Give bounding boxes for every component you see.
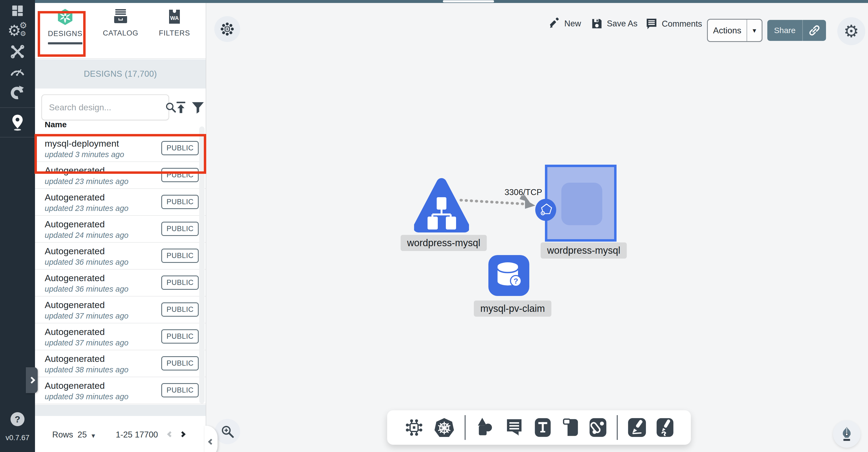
wasm-filters-icon: WA [166, 8, 183, 25]
design-updated: updated 23 minutes ago [45, 177, 128, 186]
save-as-button[interactable]: Save As [591, 18, 638, 30]
search-design-input[interactable] [42, 102, 165, 112]
design-list-row[interactable]: Autogenerated updated 37 minutes ago PUB… [35, 296, 206, 323]
settings-gear-button[interactable]: ⚙ [837, 17, 865, 45]
relationship-tool-icon[interactable] [589, 417, 607, 438]
design-updated: updated 24 minutes ago [45, 231, 128, 240]
filter-funnel-icon[interactable] [191, 101, 205, 114]
tab-filters-label: FILTERS [159, 29, 190, 37]
design-updated: updated 37 minutes ago [45, 312, 128, 320]
comment-tool-icon[interactable] [504, 417, 524, 438]
design-name: Autogenerated [45, 327, 105, 337]
save-as-label: Save As [607, 19, 638, 29]
actions-button[interactable]: Actions ▾ [707, 19, 763, 42]
design-name: Autogenerated [45, 165, 105, 176]
tab-designs[interactable]: DESIGNS [41, 8, 89, 54]
design-list-row[interactable]: Autogenerated updated 39 minutes ago PUB… [35, 377, 206, 404]
help-icon[interactable]: ? [10, 412, 25, 426]
pvc-node-mysql-pv-claim[interactable]: ? [488, 255, 529, 296]
design-list-row[interactable]: mysql-deployment updated 3 minutes ago P… [35, 135, 206, 162]
tab-catalog-label: CATALOG [103, 29, 138, 37]
top-horizontal-scrollbar[interactable] [35, 0, 868, 3]
design-visibility-badge[interactable]: PUBLIC [161, 356, 199, 370]
page-size-value[interactable]: 25 [78, 430, 87, 440]
design-visibility-badge[interactable]: PUBLIC [161, 329, 199, 344]
pen-tool-icon[interactable] [627, 417, 646, 438]
shapes-tool-icon[interactable] [475, 417, 495, 438]
design-list-row[interactable]: Autogenerated updated 23 minutes ago PUB… [35, 162, 206, 189]
design-visibility-badge[interactable]: PUBLIC [161, 195, 199, 209]
meshery-logo-icon [56, 8, 74, 26]
chevron-right-icon [28, 377, 35, 383]
search-design-box[interactable] [41, 94, 169, 120]
media-tool-icon[interactable] [562, 417, 579, 438]
database-icon: ? [495, 260, 523, 291]
new-design-button[interactable]: New [548, 18, 581, 30]
text-tool-icon[interactable] [534, 417, 552, 438]
service-node-wordpress-mysql[interactable] [414, 176, 469, 234]
performance-speedometer-icon[interactable] [0, 62, 35, 77]
designs-count-header: DESIGNS (17,700) [35, 60, 206, 89]
node-label[interactable]: wordpress-mysql [540, 243, 627, 259]
svg-text:?: ? [514, 277, 518, 285]
next-page-button[interactable] [180, 431, 186, 438]
tab-filters[interactable]: WA FILTERS [150, 8, 199, 54]
deployment-node-wordpress-mysql[interactable] [545, 165, 617, 241]
tab-catalog[interactable]: CATALOG [96, 8, 145, 54]
actions-caret-icon[interactable]: ▾ [747, 26, 762, 35]
design-list-row[interactable]: Autogenerated updated 36 minutes ago PUB… [35, 269, 206, 296]
node-label[interactable]: wordpress-mysql [401, 235, 487, 251]
design-visibility-badge[interactable]: PUBLIC [161, 222, 199, 236]
catalog-archive-icon [112, 8, 129, 25]
design-name: Autogenerated [45, 192, 105, 203]
prev-page-button[interactable] [167, 431, 174, 438]
kanvas-pin-icon[interactable] [0, 113, 35, 132]
design-visibility-badge[interactable]: PUBLIC [161, 168, 199, 182]
extensions-icon[interactable] [0, 84, 35, 101]
configuration-tools-icon[interactable] [0, 43, 35, 60]
pentagon-icon [537, 201, 554, 218]
design-mode-fab[interactable] [833, 420, 861, 448]
copy-link-button[interactable] [803, 20, 826, 41]
design-name: Autogenerated [45, 300, 105, 310]
design-visibility-badge[interactable]: PUBLIC [161, 383, 199, 397]
design-list-row[interactable]: Autogenerated updated 37 minutes ago PUB… [35, 323, 206, 350]
pod-inner-shape [561, 183, 602, 225]
design-visibility-badge[interactable]: PUBLIC [161, 141, 199, 155]
meshery-app: ⚙⚙⚙ ? v0.7.67 DESIGNS [0, 0, 868, 452]
design-visibility-badge[interactable]: PUBLIC [161, 302, 199, 317]
design-visibility-badge[interactable]: PUBLIC [161, 276, 199, 290]
gear-icon: ⚙ [843, 23, 859, 40]
share-button[interactable]: Share [767, 20, 802, 41]
node-label[interactable]: mysql-pv-claim [474, 300, 551, 317]
page-size-caret-icon[interactable]: ▾ [92, 431, 95, 440]
zoom-in-button[interactable] [215, 419, 240, 444]
expand-rail-handle[interactable] [26, 367, 38, 393]
link-icon [809, 25, 820, 36]
design-list-row[interactable]: Autogenerated updated 36 minutes ago PUB… [35, 243, 206, 269]
design-visibility-badge[interactable]: PUBLIC [161, 249, 199, 263]
design-name: Autogenerated [45, 381, 105, 391]
zoom-in-icon [220, 424, 235, 439]
rail-divider [0, 137, 35, 137]
design-name: mysql-deployment [45, 138, 119, 149]
design-canvas[interactable]: New Save As Comments Actions ▾ Share [206, 3, 868, 452]
sketch-tool-icon[interactable] [656, 417, 674, 438]
design-name: Autogenerated [45, 273, 105, 283]
upload-design-icon[interactable] [174, 100, 188, 114]
design-list-row[interactable]: Autogenerated updated 38 minutes ago PUB… [35, 350, 206, 377]
design-updated: updated 38 minutes ago [45, 365, 128, 374]
lifecycle-gears-icon[interactable]: ⚙⚙⚙ [0, 23, 35, 40]
comments-button[interactable]: Comments [645, 18, 702, 30]
design-list-row[interactable]: Autogenerated updated 23 minutes ago PUB… [35, 189, 206, 216]
components-chip-icon[interactable] [404, 418, 424, 438]
design-list-row[interactable]: Autogenerated updated 24 minutes ago PUB… [35, 216, 206, 243]
scrollbar-thumb[interactable] [443, 0, 494, 2]
visualize-cluster-button[interactable] [214, 16, 240, 42]
list-scrollbar-track[interactable] [199, 126, 205, 403]
port-pentagon-badge[interactable] [535, 199, 556, 221]
design-updated: updated 36 minutes ago [45, 285, 128, 294]
dashboard-icon[interactable] [0, 3, 35, 18]
kubernetes-icon[interactable] [434, 417, 455, 438]
version-label: v0.7.67 [0, 434, 35, 442]
